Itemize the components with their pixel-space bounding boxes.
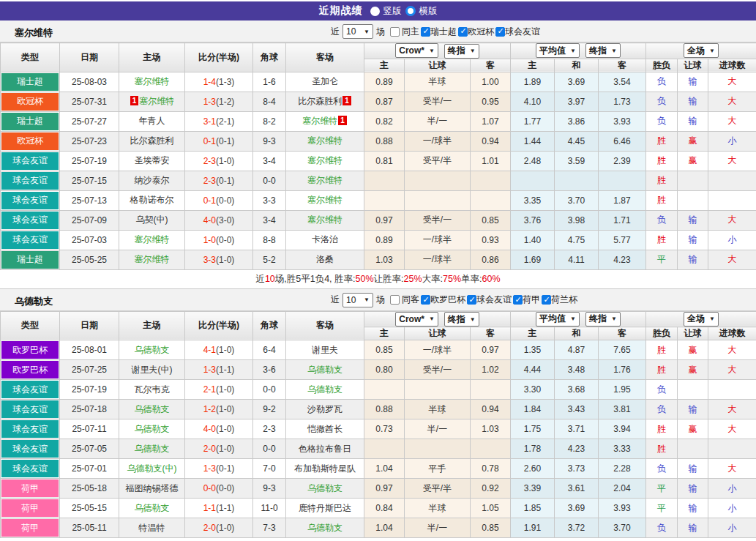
halftime-score: (1-0) [216, 523, 234, 533]
odds-stage-select[interactable]: 终指▼ [444, 312, 479, 327]
odds-away: 0.97 [471, 340, 511, 360]
away-team-cell: 乌德勒支 [286, 518, 364, 538]
league-cell: 球会友谊 [1, 151, 60, 171]
odds-away: 0.86 [471, 250, 511, 269]
same-venue-checkbox[interactable] [390, 295, 400, 305]
bookmaker-select[interactable]: Crow*▼ [395, 43, 438, 58]
matches-label: 场 [376, 26, 385, 38]
league-filter-checkbox[interactable] [421, 295, 430, 305]
same-venue-checkbox[interactable] [390, 27, 400, 37]
radio-horizontal-layout[interactable] [405, 6, 416, 16]
avg-away: 3.70 [599, 518, 646, 538]
league-filter-checkbox[interactable] [467, 295, 476, 305]
league-badge: 球会友谊 [1, 400, 59, 418]
odds-away: 1.02 [471, 360, 511, 380]
recent-label: 近 [331, 26, 340, 38]
summary-part: 近 [255, 273, 265, 286]
odds-handicap [405, 171, 471, 190]
radio-vertical-layout[interactable] [370, 7, 380, 16]
away-team-name: 乌德勒支 [307, 384, 343, 395]
halftime-score: (0-1) [216, 176, 234, 186]
match-score: 2-0(1-0) [185, 439, 253, 459]
team-section: 塞尔维特近10▼场同主瑞士超欧冠杯球会友谊类型日期主场比分(半场)角球客场Cro… [0, 20, 756, 289]
league-filter-checkbox[interactable] [542, 295, 551, 305]
halftime-score: (1-0) [216, 444, 234, 454]
odds-stage-select-value: 终指 [448, 45, 465, 57]
average-stage-select[interactable]: 终指▼ [585, 43, 621, 58]
halftime-score: (1-0) [216, 255, 234, 265]
league-badge: 荷甲 [1, 499, 59, 517]
col-header: 日期 [60, 43, 119, 72]
fulltime-score: 3-1 [203, 116, 216, 127]
result-goals [708, 439, 756, 459]
col-header: 比分(半场) [185, 43, 253, 72]
odds-away [471, 190, 511, 210]
bookmaker-select[interactable]: Crow*▼ [395, 312, 438, 327]
match-count-select[interactable]: 10▼ [343, 24, 373, 39]
away-team-cell: 色格拉布鲁日 [286, 439, 364, 459]
odds-away: 0.78 [471, 459, 511, 479]
recent-label: 近 [331, 294, 340, 306]
result-handicap: 输 [678, 210, 708, 230]
league-badge: 瑞士超 [1, 73, 59, 91]
league-filter-checkbox[interactable] [421, 27, 430, 37]
match-row: 球会友谊25-07-03塞尔维特1-0(0-0)8-8卡洛治0.89一/球半0.… [1, 230, 756, 250]
odds-away: 0.94 [471, 400, 511, 419]
league-filter-label: 欧冠杯 [468, 26, 494, 38]
average-select[interactable]: 平均值▼ [536, 43, 580, 58]
league-filter-checkbox[interactable] [458, 27, 468, 37]
away-team-name: 塞尔维特 [307, 214, 343, 225]
team-name-heading: 乌德勒支 [15, 295, 53, 308]
corner-score: 5-2 [253, 250, 286, 269]
home-team-name: 圣埃蒂安 [135, 155, 170, 165]
away-team-name: 色格拉布鲁日 [299, 444, 351, 454]
average-select[interactable]: 平均值▼ [536, 312, 580, 327]
period-select[interactable]: 全场▼ [684, 312, 719, 327]
home-team-cell: 年青人 [119, 111, 185, 131]
league-cell: 瑞士超 [1, 72, 60, 92]
average-stage-select-value: 终指 [589, 313, 607, 325]
league-badge: 球会友谊 [1, 152, 59, 170]
avg-draw: 3.70 [555, 190, 599, 210]
match-score: 0-1(0-0) [185, 190, 253, 210]
match-row: 球会友谊25-07-13格勒诺布尔0-1(0-0)3-3塞尔维特3.353.70… [1, 190, 756, 210]
league-cell: 欧罗巴杯 [1, 360, 60, 380]
away-team-name: 塞尔维特 [307, 175, 343, 185]
odds-col-header: 客 [471, 327, 511, 340]
avg-col-header: 和 [555, 59, 599, 72]
result-outcome: 胜 [646, 439, 678, 459]
period-select[interactable]: 全场▼ [684, 43, 719, 58]
match-count-select[interactable]: 10▼ [343, 293, 373, 307]
league-filter-checkbox[interactable] [495, 27, 505, 37]
league-badge: 欧冠杯 [1, 133, 59, 150]
odds-handicap: 一/球半 [405, 340, 471, 360]
average-stage-select[interactable]: 终指▼ [585, 312, 621, 327]
away-team-name: 恺撒酋长 [307, 424, 343, 434]
league-cell: 球会友谊 [1, 380, 60, 400]
league-badge: 球会友谊 [1, 440, 59, 458]
result-handicap [678, 190, 708, 210]
league-filter-checkbox[interactable] [513, 295, 523, 305]
result-outcome: 胜 [646, 419, 678, 439]
away-team-cell: 谢里夫 [286, 340, 364, 360]
home-team-name: 乌德勒支(中) [127, 463, 177, 474]
match-row: 欧罗巴杯25-08-01乌德勒支4-1(1-0)6-4谢里夫0.85一/球半0.… [1, 340, 756, 360]
result-handicap: 赢 [678, 151, 708, 171]
odds-stage-select[interactable]: 终指▼ [444, 44, 479, 59]
same-venue-label: 同客 [402, 294, 419, 306]
odds-home [364, 439, 405, 459]
home-team-cell: 乌德勒支 [119, 400, 185, 419]
avg-home: 1.91 [511, 518, 555, 538]
match-count-select-value: 10 [346, 26, 356, 37]
match-date: 25-07-23 [60, 131, 119, 151]
result-goals: 小 [708, 230, 756, 250]
result-handicap [678, 380, 708, 400]
league-cell: 球会友谊 [1, 400, 60, 419]
chevron-down-icon: ▼ [364, 29, 370, 35]
result-outcome: 胜 [646, 360, 678, 380]
match-score: 4-1(1-0) [185, 340, 253, 360]
fulltime-score: 2-0 [203, 523, 216, 533]
avg-home: 4.10 [511, 92, 555, 111]
league-badge: 欧冠杯 [1, 93, 59, 111]
match-row: 球会友谊25-07-09乌契(中)4-0(3-0)3-4塞尔维特0.97受半/一… [1, 210, 756, 230]
